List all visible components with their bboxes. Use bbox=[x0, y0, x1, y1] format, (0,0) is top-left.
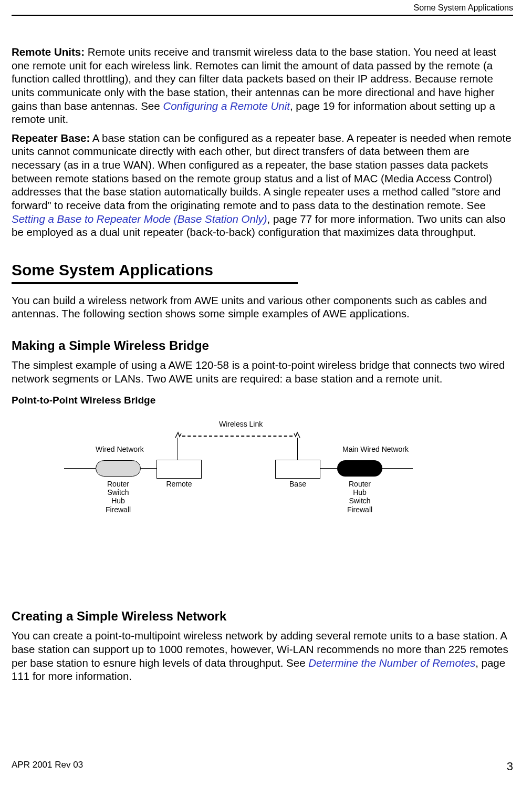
paragraph-repeater-base: Repeater Base: A base station can be con… bbox=[12, 131, 513, 239]
page-footer: APR 2001 Rev 03 3 bbox=[12, 760, 513, 773]
section-rule bbox=[12, 282, 298, 284]
antenna-mast-right bbox=[297, 438, 298, 461]
router-left bbox=[96, 460, 141, 477]
antenna-mast-left bbox=[178, 438, 178, 461]
subheading-bridge: Making a Simple Wireless Bridge bbox=[12, 338, 513, 353]
repeater-base-label: Repeater Base: bbox=[12, 132, 90, 144]
label-wireless-link: Wireless Link bbox=[219, 420, 263, 428]
label-right-router: Router Hub Switch Firewall bbox=[337, 480, 382, 513]
label-main-wired-network: Main Wired Network bbox=[342, 445, 409, 453]
wire-right-inner bbox=[319, 468, 338, 469]
wire-right-outer bbox=[380, 468, 413, 469]
label-left-router: Router Switch Hub Firewall bbox=[96, 480, 141, 513]
remote-unit bbox=[157, 460, 202, 479]
running-header: Some System Applications bbox=[414, 3, 513, 13]
figure-title: Point-to-Point Wireless Bridge bbox=[12, 395, 513, 406]
antenna-left-icon bbox=[174, 431, 182, 439]
header-rule bbox=[12, 15, 513, 16]
base-unit bbox=[275, 460, 320, 479]
label-remote: Remote bbox=[157, 480, 202, 488]
remote-units-label: Remote Units: bbox=[12, 46, 85, 58]
diagram-wireless-bridge: Wireless Link Wired Network Main Wired N… bbox=[69, 420, 447, 541]
label-base: Base bbox=[275, 480, 320, 488]
paragraph-remote-units: Remote Units: Remote units receive and t… bbox=[12, 45, 513, 126]
section-intro: You can build a wireless network from AW… bbox=[12, 294, 513, 320]
footer-revision: APR 2001 Rev 03 bbox=[12, 760, 83, 773]
link-setting-repeater-mode[interactable]: Setting a Base to Repeater Mode (Base St… bbox=[12, 213, 267, 225]
wireless-link-line bbox=[182, 436, 293, 437]
link-configuring-remote-unit[interactable]: Configuring a Remote Unit bbox=[163, 100, 290, 112]
router-right bbox=[337, 460, 382, 477]
bridge-body: The simplest example of using a AWE 120-… bbox=[12, 358, 513, 385]
link-determine-number-remotes[interactable]: Determine the Number of Remotes bbox=[308, 657, 475, 669]
subheading-network: Creating a Simple Wireless Network bbox=[12, 609, 513, 624]
network-body: You can create a point-to-multipoint wir… bbox=[12, 629, 513, 683]
section-heading: Some System Applications bbox=[12, 261, 513, 279]
wire-left-inner bbox=[139, 468, 158, 469]
label-wired-network: Wired Network bbox=[96, 445, 144, 453]
footer-page-number: 3 bbox=[507, 760, 513, 773]
wire-left-outer bbox=[64, 468, 97, 469]
